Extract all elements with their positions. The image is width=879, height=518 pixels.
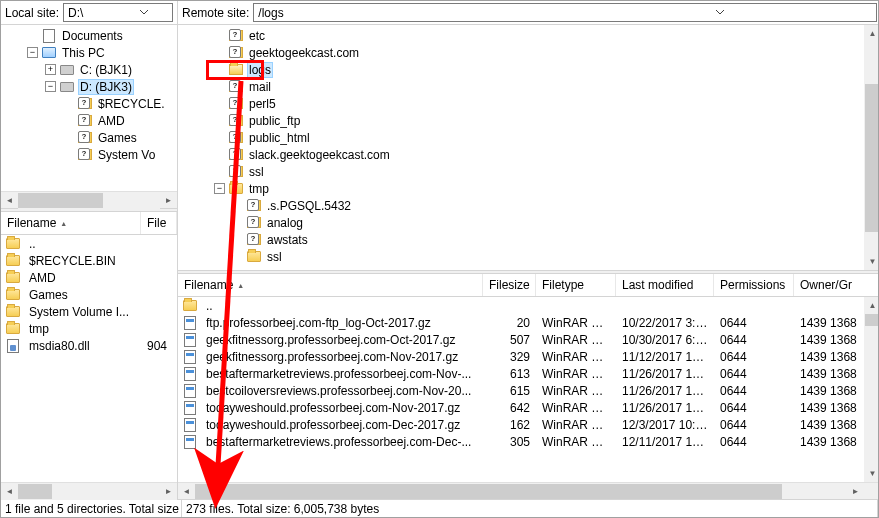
remote-file-list[interactable]: ..ftp.professorbeej.com-ftp_log-Oct-2017…: [178, 297, 864, 482]
tree-item-label: System Vo: [96, 148, 157, 162]
col-permissions[interactable]: Permissions: [714, 274, 794, 296]
col-filesize[interactable]: Filesize: [483, 274, 536, 296]
col-filename[interactable]: Filename: [178, 274, 483, 296]
tree-item[interactable]: analog: [178, 214, 864, 231]
list-item[interactable]: ..: [178, 297, 864, 314]
file-perms: 0644: [714, 316, 794, 330]
list-item[interactable]: tmp: [1, 320, 177, 337]
list-item[interactable]: geekfitnessorg.professorbeej.com-Oct-201…: [178, 331, 864, 348]
scroll-down-icon[interactable]: ▼: [864, 465, 879, 482]
folder-open-icon: [228, 62, 244, 78]
remote-files-vscroll[interactable]: ▲ ▼: [864, 297, 879, 482]
tree-item[interactable]: logs: [178, 61, 864, 78]
file-modified: 11/26/2017 11:...: [616, 401, 714, 415]
list-item[interactable]: bestcoiloversreviews.professorbeej.com-N…: [178, 382, 864, 399]
scroll-right-icon[interactable]: ►: [160, 483, 177, 500]
file-size: 613: [483, 367, 536, 381]
remote-tree-vscroll[interactable]: ▲ ▼: [864, 25, 879, 270]
tree-item[interactable]: ssl: [178, 163, 864, 180]
tree-item[interactable]: System Vo: [1, 146, 177, 163]
scroll-right-icon[interactable]: ►: [847, 483, 864, 500]
local-status: 1 file and 5 directories. Total size: [1, 500, 182, 518]
file-perms: 0644: [714, 333, 794, 347]
file-dll-icon: [5, 338, 21, 354]
remote-file-header[interactable]: Filename Filesize Filetype Last modified…: [178, 274, 879, 297]
tree-item[interactable]: −D: (BJK3): [1, 78, 177, 95]
tree-item[interactable]: awstats: [178, 231, 864, 248]
expand-icon[interactable]: +: [45, 64, 56, 75]
local-site-label: Local site:: [5, 6, 59, 20]
scroll-left-icon[interactable]: ◄: [1, 483, 18, 500]
tree-item[interactable]: mail: [178, 78, 864, 95]
folder-q-icon: [246, 215, 262, 231]
folder-q-icon: [228, 28, 244, 44]
list-item[interactable]: System Volume I...: [1, 303, 177, 320]
tree-item[interactable]: public_ftp: [178, 112, 864, 129]
scroll-down-icon[interactable]: ▼: [864, 253, 879, 270]
tree-item[interactable]: public_html: [178, 129, 864, 146]
tree-item[interactable]: .s.PGSQL.5432: [178, 197, 864, 214]
scroll-left-icon[interactable]: ◄: [178, 483, 195, 500]
col-modified[interactable]: Last modified: [616, 274, 714, 296]
tree-item[interactable]: $RECYCLE.: [1, 95, 177, 112]
remote-tree[interactable]: etcgeektogeekcast.comlogsmailperl5public…: [178, 25, 864, 270]
local-file-header[interactable]: Filename File: [1, 212, 177, 235]
col-owner[interactable]: Owner/Gr: [794, 274, 879, 296]
tree-item[interactable]: −tmp: [178, 180, 864, 197]
scroll-right-icon[interactable]: ►: [160, 192, 177, 209]
tree-item[interactable]: ssl: [178, 248, 864, 265]
local-site-path: D:\: [66, 6, 118, 20]
tree-item[interactable]: Documents: [1, 27, 177, 44]
collapse-icon[interactable]: −: [214, 183, 225, 194]
tree-item[interactable]: −This PC: [1, 44, 177, 61]
local-site-bar: Local site: D:\: [1, 1, 177, 25]
list-item[interactable]: bestaftermarketreviews.professorbeej.com…: [178, 433, 864, 450]
list-item[interactable]: todayweshould.professorbeej.com-Nov-2017…: [178, 399, 864, 416]
remote-site-combo[interactable]: /logs: [253, 3, 877, 22]
collapse-icon[interactable]: −: [45, 81, 56, 92]
file-perms: 0644: [714, 418, 794, 432]
local-tree[interactable]: Documents−This PC+C: (BJK1)−D: (BJK3)$RE…: [1, 25, 177, 191]
list-item[interactable]: $RECYCLE.BIN: [1, 252, 177, 269]
local-site-combo[interactable]: D:\: [63, 3, 173, 22]
local-file-list[interactable]: ..$RECYCLE.BINAMDGamesSystem Volume I...…: [1, 235, 177, 482]
scroll-up-icon[interactable]: ▲: [864, 25, 879, 42]
remote-site-bar: Remote site: /logs: [178, 1, 879, 25]
file-owner: 1439 1368: [794, 367, 864, 381]
col-filename[interactable]: Filename: [1, 212, 141, 234]
tree-item[interactable]: etc: [178, 27, 864, 44]
file-type: WinRAR ar...: [536, 384, 616, 398]
tree-item-label: Documents: [60, 29, 125, 43]
folder-q-icon: [246, 198, 262, 214]
folder-y-icon: [5, 304, 21, 320]
remote-site-label: Remote site:: [182, 6, 249, 20]
tree-item[interactable]: geektogeekcast.com: [178, 44, 864, 61]
scroll-up-icon[interactable]: ▲: [864, 297, 879, 314]
collapse-icon[interactable]: −: [27, 47, 38, 58]
file-name: todayweshould.professorbeej.com-Dec-2017…: [200, 418, 483, 432]
tree-item[interactable]: Games: [1, 129, 177, 146]
list-item[interactable]: msdia80.dll904: [1, 337, 177, 354]
list-item[interactable]: todayweshould.professorbeej.com-Dec-2017…: [178, 416, 864, 433]
local-files-hscroll[interactable]: ◄ ►: [1, 482, 177, 499]
tree-item[interactable]: AMD: [1, 112, 177, 129]
col-filetype[interactable]: Filetype: [536, 274, 616, 296]
list-item[interactable]: Games: [1, 286, 177, 303]
local-tree-hscroll[interactable]: ◄ ►: [1, 191, 177, 208]
col-filesize[interactable]: File: [141, 212, 177, 234]
scroll-left-icon[interactable]: ◄: [1, 192, 18, 209]
remote-files-hscroll[interactable]: ◄ ►: [178, 482, 879, 499]
tree-item[interactable]: +C: (BJK1): [1, 61, 177, 78]
tree-item[interactable]: slack.geektogeekcast.com: [178, 146, 864, 163]
list-item[interactable]: AMD: [1, 269, 177, 286]
folder-q-icon: [228, 96, 244, 112]
tree-item[interactable]: perl5: [178, 95, 864, 112]
list-item[interactable]: bestaftermarketreviews.professorbeej.com…: [178, 365, 864, 382]
list-item[interactable]: ..: [1, 235, 177, 252]
list-item[interactable]: ftp.professorbeej.com-ftp_log-Oct-2017.g…: [178, 314, 864, 331]
list-item[interactable]: geekfitnessorg.professorbeej.com-Nov-201…: [178, 348, 864, 365]
chevron-down-icon[interactable]: [118, 6, 170, 20]
tree-item-label: public_ftp: [247, 114, 302, 128]
chevron-down-icon[interactable]: [565, 6, 874, 20]
folder-q-icon: [77, 96, 93, 112]
